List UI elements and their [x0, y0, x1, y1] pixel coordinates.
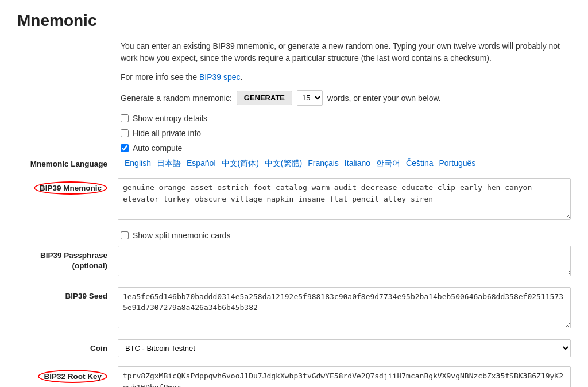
lang-italian[interactable]: Italiano [345, 158, 370, 169]
words-suffix: words, or enter your own below. [327, 94, 441, 103]
lang-portuguese[interactable]: Português [439, 158, 475, 169]
bip39-spec-link[interactable]: BIP39 spec [199, 72, 241, 82]
root-key-textarea[interactable]: tprv8ZgxMBicQKsPdppqwh6vooJ1Du7JdgkXwbp3… [118, 366, 571, 387]
private-row: Hide all private info [121, 129, 571, 138]
language-label: Mnemonic Language [17, 160, 118, 168]
generate-button[interactable]: GENERATE [237, 91, 292, 105]
lang-japanese[interactable]: 日本語 [157, 158, 181, 169]
lang-czech[interactable]: Čeština [406, 158, 433, 169]
generate-label: Generate a random mnemonic: [121, 94, 232, 103]
root-key-label: BIP32 Root Key [38, 370, 107, 383]
mnemonic-label: BIP39 Mnemonic [34, 181, 107, 195]
seed-label: BIP39 Seed [17, 287, 118, 300]
private-label[interactable]: Hide all private info [133, 129, 201, 138]
entropy-label[interactable]: Show entropy details [133, 114, 207, 123]
autocompute-checkbox[interactable] [121, 144, 129, 152]
seed-textarea[interactable]: 1ea5fe65d146bb70baddd0314e5a258da12192e5… [118, 287, 571, 329]
lang-spanish[interactable]: Español [187, 158, 216, 169]
description-1: You can enter an existing BIP39 mnemonic… [121, 40, 568, 64]
passphrase-textarea[interactable] [118, 246, 571, 276]
description-2: For more info see the BIP39 spec. [121, 71, 568, 83]
language-row: Mnemonic Language English 日本語 Español 中文… [17, 158, 571, 169]
coin-content: BTC - Bitcoin Testnet BTC - Bitcoin ETH … [118, 339, 571, 357]
lang-french[interactable]: Français [308, 158, 339, 169]
coin-label: Coin [17, 339, 118, 353]
coin-row: Coin BTC - Bitcoin Testnet BTC - Bitcoin… [17, 339, 571, 357]
entropy-row: Show entropy details [121, 114, 571, 123]
root-key-content: tprv8ZgxMBicQKsPdppqwh6vooJ1Du7JdgkXwbp3… [118, 366, 571, 387]
split-label[interactable]: Show split mnemonic cards [133, 231, 230, 240]
entropy-checkbox[interactable] [121, 114, 129, 122]
description-2-text: For more info see the [121, 72, 197, 82]
words-select[interactable]: 3 6 9 12 15 18 21 24 [297, 90, 323, 106]
mnemonic-label-container: BIP39 Mnemonic [17, 178, 118, 195]
private-checkbox[interactable] [121, 129, 129, 137]
lang-chinese-traditional[interactable]: 中文(繁體) [265, 158, 302, 169]
language-links: English 日本語 Español 中文(简体) 中文(繁體) França… [125, 158, 475, 169]
autocompute-label[interactable]: Auto compute [133, 144, 182, 153]
generate-row: Generate a random mnemonic: GENERATE 3 6… [121, 90, 571, 106]
autocompute-row: Auto compute [121, 144, 571, 153]
root-key-row: BIP32 Root Key tprv8ZgxMBicQKsPdppqwh6vo… [17, 366, 571, 387]
seed-content: 1ea5fe65d146bb70baddd0314e5a258da12192e5… [118, 287, 571, 331]
mnemonic-row: BIP39 Mnemonic genuine orange asset ostr… [17, 178, 571, 222]
coin-select[interactable]: BTC - Bitcoin Testnet BTC - Bitcoin ETH … [118, 339, 571, 357]
split-row: Show split mnemonic cards [121, 231, 571, 240]
passphrase-content [118, 246, 571, 278]
mnemonic-textarea[interactable]: genuine orange asset ostrich foot catalo… [118, 178, 571, 220]
lang-chinese-simplified[interactable]: 中文(简体) [222, 158, 259, 169]
page-title: Mnemonic [17, 11, 571, 30]
passphrase-row: BIP39 Passphrase(optional) [17, 246, 571, 278]
passphrase-label: BIP39 Passphrase(optional) [17, 246, 118, 272]
root-key-label-container: BIP32 Root Key [17, 366, 118, 383]
seed-row: BIP39 Seed 1ea5fe65d146bb70baddd0314e5a2… [17, 287, 571, 331]
mnemonic-content: genuine orange asset ostrich foot catalo… [118, 178, 571, 222]
lang-korean[interactable]: 한국어 [376, 158, 400, 169]
lang-english[interactable]: English [125, 158, 151, 169]
split-checkbox[interactable] [121, 231, 129, 239]
